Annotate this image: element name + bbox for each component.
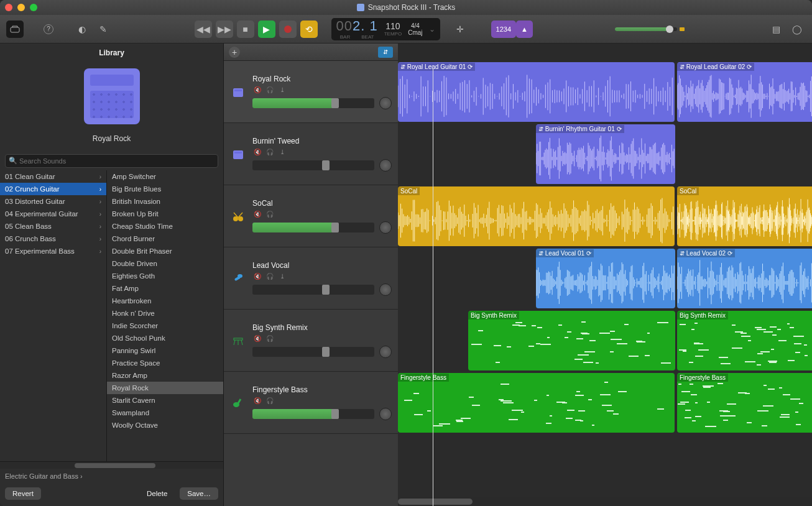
lock-button[interactable]: ⤓ <box>277 272 287 281</box>
track-lane[interactable]: ⇵ Burnin' Rhythm Guitar 01 ⟳ <box>398 123 812 185</box>
category-item[interactable]: 03 Distorted Guitar› <box>0 195 106 208</box>
mute-button[interactable]: 🔇 <box>252 397 262 405</box>
category-item[interactable]: 05 Clean Bass› <box>0 220 106 232</box>
tuner-button[interactable]: ✛ <box>451 21 469 38</box>
headphones-button[interactable]: 🎧 <box>265 148 275 157</box>
track-lane[interactable]: Fingerstyle BassFingerstyle Bass <box>398 372 812 434</box>
track-volume-thumb[interactable] <box>331 223 339 232</box>
preset-item[interactable]: Heartbroken <box>107 295 223 307</box>
preset-item[interactable]: Indie Scorcher <box>107 320 223 332</box>
lcd-dropdown-icon[interactable]: ⌄ <box>429 25 435 34</box>
preset-item[interactable]: Honk n' Drive <box>107 307 223 320</box>
track-volume-slider[interactable] <box>252 409 374 419</box>
region[interactable]: Big Synth Remix <box>677 311 812 370</box>
rewind-button[interactable]: ◀◀ <box>195 21 212 38</box>
category-item[interactable]: 04 Experimental Guitar› <box>0 208 106 220</box>
region[interactable]: Fingerstyle Bass <box>398 373 675 433</box>
track-pan-knob[interactable] <box>379 159 392 172</box>
region[interactable]: ⇵ Royal Lead Guitar 02 ⟳ <box>677 62 812 122</box>
category-item[interactable]: 02 Crunch Guitar› <box>0 183 106 195</box>
headphones-button[interactable]: 🎧 <box>265 86 275 94</box>
region[interactable]: SoCal <box>398 186 675 246</box>
track-volume-slider[interactable] <box>252 98 374 108</box>
preset-item[interactable]: Panning Swirl <box>107 344 223 357</box>
preset-item[interactable]: Fat Amp <box>107 282 223 295</box>
lcd-display[interactable]: 002. 1 BAR BEAT 110 TEMPO 4/4 Cmaj ⌄ <box>331 18 440 40</box>
track-volume-thumb[interactable] <box>331 98 339 108</box>
track-header[interactable]: Fingerstyle Bass 🔇 🎧 <box>224 372 398 434</box>
category-item[interactable]: 01 Clean Guitar› <box>0 170 106 183</box>
save-button[interactable]: Save… <box>180 487 218 500</box>
smart-controls-button[interactable]: ◐ <box>73 21 91 38</box>
track-lane[interactable]: ⇵ Royal Lead Guitar 01 ⟳⇵ Royal Lead Gui… <box>398 61 812 123</box>
stop-button[interactable]: ■ <box>237 21 254 38</box>
library-toggle-button[interactable] <box>6 21 24 38</box>
regions-area[interactable]: ⇵ Royal Lead Guitar 01 ⟳⇵ Royal Lead Gui… <box>398 61 812 497</box>
region[interactable]: ⇵ Lead Vocal 02 ⟳ <box>677 249 812 308</box>
category-item[interactable]: 07 Experimental Bass› <box>0 245 106 257</box>
track-lane[interactable]: Big Synth RemixBig Synth Remix <box>398 310 812 372</box>
notepad-button[interactable]: ▤ <box>767 21 785 38</box>
master-volume-thumb[interactable] <box>666 25 673 33</box>
region[interactable]: SoCal <box>677 186 812 246</box>
timeline[interactable]: ⇵ Royal Lead Guitar 01 ⟳⇵ Royal Lead Gui… <box>398 61 812 506</box>
mute-button[interactable]: 🔇 <box>252 210 262 219</box>
preset-item[interactable]: Amp Switcher <box>107 170 223 183</box>
track-header-menu-button[interactable]: ⇵ <box>378 47 393 58</box>
preset-item[interactable]: Eighties Goth <box>107 270 223 282</box>
preset-item[interactable]: Cheap Studio Time <box>107 220 223 232</box>
track-volume-thumb[interactable] <box>322 347 330 357</box>
timeline-hscroll[interactable] <box>398 497 812 506</box>
preset-item[interactable]: Practice Space <box>107 357 223 369</box>
search-input[interactable] <box>5 154 218 168</box>
track-header[interactable]: Burnin' Tweed 🔇 🎧 ⤓ <box>224 123 398 185</box>
region[interactable]: Fingerstyle Bass <box>677 373 812 433</box>
library-hscroll[interactable] <box>0 461 223 469</box>
delete-button[interactable]: Delete <box>139 487 175 500</box>
track-pan-knob[interactable] <box>379 283 392 296</box>
region[interactable]: Big Synth Remix <box>468 311 675 370</box>
headphones-button[interactable]: 🎧 <box>265 210 275 219</box>
track-volume-slider[interactable] <box>252 160 374 170</box>
headphones-button[interactable]: 🎧 <box>265 334 275 343</box>
forward-button[interactable]: ▶▶ <box>216 21 233 38</box>
cycle-button[interactable]: ⟲ <box>300 21 318 38</box>
loops-button[interactable]: ◯ <box>788 21 806 38</box>
headphones-button[interactable]: 🎧 <box>265 397 275 405</box>
track-header[interactable]: Lead Vocal 🔇 🎧 ⤓ <box>224 247 398 310</box>
track-pan-knob[interactable] <box>379 408 392 420</box>
track-pan-knob[interactable] <box>379 97 392 109</box>
track-volume-thumb[interactable] <box>331 409 339 419</box>
category-item[interactable]: 06 Crunch Bass› <box>0 232 106 245</box>
preset-column[interactable]: Amp SwitcherBig Brute BluesBritish Invas… <box>107 170 223 461</box>
track-pan-knob[interactable] <box>379 346 392 358</box>
mute-button[interactable]: 🔇 <box>252 148 262 157</box>
play-button[interactable]: ▶ <box>258 21 275 38</box>
preset-item[interactable]: Double Driven <box>107 257 223 270</box>
headphones-button[interactable]: 🎧 <box>265 272 275 281</box>
track-lane[interactable]: SoCalSoCal <box>398 185 812 247</box>
preset-item[interactable]: Swampland <box>107 407 223 419</box>
track-volume-slider[interactable] <box>252 347 374 357</box>
preset-item[interactable]: Chord Burner <box>107 232 223 245</box>
preset-item[interactable]: Old School Punk <box>107 332 223 344</box>
master-volume-slider[interactable] <box>615 27 677 31</box>
preset-item[interactable]: British Invasion <box>107 195 223 208</box>
track-volume-thumb[interactable] <box>322 160 330 170</box>
quick-help-button[interactable]: ? <box>40 21 57 38</box>
track-header[interactable]: SoCal 🔇 🎧 <box>224 185 398 247</box>
track-volume-thumb[interactable] <box>322 285 330 295</box>
track-pan-knob[interactable] <box>379 221 392 234</box>
count-in-button[interactable]: 1234 <box>491 21 516 38</box>
preset-item[interactable]: Royal Rock <box>107 382 223 394</box>
region[interactable]: ⇵ Royal Lead Guitar 01 ⟳ <box>398 62 675 122</box>
lcd-key[interactable]: Cmaj <box>408 29 422 36</box>
editors-button[interactable]: ✎ <box>95 21 112 38</box>
mute-button[interactable]: 🔇 <box>252 272 262 281</box>
category-column[interactable]: 01 Clean Guitar›02 Crunch Guitar›03 Dist… <box>0 170 107 461</box>
revert-button[interactable]: Revert <box>5 487 41 500</box>
record-button[interactable] <box>279 21 297 38</box>
preset-item[interactable]: Big Brute Blues <box>107 183 223 195</box>
lcd-tempo[interactable]: 110 <box>385 21 400 31</box>
preset-item[interactable]: Double Brit Phaser <box>107 245 223 257</box>
